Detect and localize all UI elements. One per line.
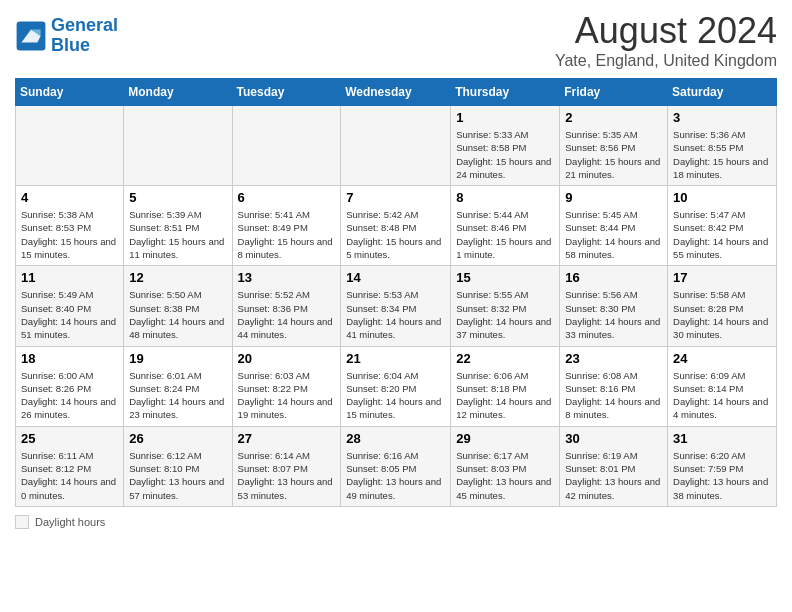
day-number: 26 xyxy=(129,431,226,446)
calendar-cell xyxy=(16,106,124,186)
day-number: 5 xyxy=(129,190,226,205)
day-info: Sunrise: 5:47 AM Sunset: 8:42 PM Dayligh… xyxy=(673,208,771,261)
calendar-cell: 26Sunrise: 6:12 AM Sunset: 8:10 PM Dayli… xyxy=(124,426,232,506)
logo-line2: Blue xyxy=(51,35,90,55)
calendar-cell: 15Sunrise: 5:55 AM Sunset: 8:32 PM Dayli… xyxy=(451,266,560,346)
calendar-cell: 22Sunrise: 6:06 AM Sunset: 8:18 PM Dayli… xyxy=(451,346,560,426)
calendar-cell: 16Sunrise: 5:56 AM Sunset: 8:30 PM Dayli… xyxy=(560,266,668,346)
calendar-cell: 31Sunrise: 6:20 AM Sunset: 7:59 PM Dayli… xyxy=(668,426,777,506)
calendar-cell: 14Sunrise: 5:53 AM Sunset: 8:34 PM Dayli… xyxy=(341,266,451,346)
day-info: Sunrise: 5:55 AM Sunset: 8:32 PM Dayligh… xyxy=(456,288,554,341)
calendar-week-row: 1Sunrise: 5:33 AM Sunset: 8:58 PM Daylig… xyxy=(16,106,777,186)
day-number: 19 xyxy=(129,351,226,366)
day-number: 2 xyxy=(565,110,662,125)
day-number: 8 xyxy=(456,190,554,205)
day-info: Sunrise: 6:11 AM Sunset: 8:12 PM Dayligh… xyxy=(21,449,118,502)
month-title: August 2024 xyxy=(555,10,777,52)
location-title: Yate, England, United Kingdom xyxy=(555,52,777,70)
header-cell-sunday: Sunday xyxy=(16,79,124,106)
calendar-cell: 1Sunrise: 5:33 AM Sunset: 8:58 PM Daylig… xyxy=(451,106,560,186)
legend-box xyxy=(15,515,29,529)
calendar-cell xyxy=(341,106,451,186)
day-number: 22 xyxy=(456,351,554,366)
day-info: Sunrise: 6:00 AM Sunset: 8:26 PM Dayligh… xyxy=(21,369,118,422)
day-number: 17 xyxy=(673,270,771,285)
calendar-cell: 29Sunrise: 6:17 AM Sunset: 8:03 PM Dayli… xyxy=(451,426,560,506)
calendar-cell: 27Sunrise: 6:14 AM Sunset: 8:07 PM Dayli… xyxy=(232,426,341,506)
calendar-table: SundayMondayTuesdayWednesdayThursdayFrid… xyxy=(15,78,777,507)
day-info: Sunrise: 6:04 AM Sunset: 8:20 PM Dayligh… xyxy=(346,369,445,422)
day-info: Sunrise: 6:01 AM Sunset: 8:24 PM Dayligh… xyxy=(129,369,226,422)
day-number: 23 xyxy=(565,351,662,366)
calendar-cell: 30Sunrise: 6:19 AM Sunset: 8:01 PM Dayli… xyxy=(560,426,668,506)
day-info: Sunrise: 5:56 AM Sunset: 8:30 PM Dayligh… xyxy=(565,288,662,341)
day-number: 10 xyxy=(673,190,771,205)
day-number: 29 xyxy=(456,431,554,446)
logo: General Blue xyxy=(15,16,118,56)
day-number: 24 xyxy=(673,351,771,366)
day-info: Sunrise: 5:50 AM Sunset: 8:38 PM Dayligh… xyxy=(129,288,226,341)
day-number: 3 xyxy=(673,110,771,125)
calendar-cell: 13Sunrise: 5:52 AM Sunset: 8:36 PM Dayli… xyxy=(232,266,341,346)
day-info: Sunrise: 6:16 AM Sunset: 8:05 PM Dayligh… xyxy=(346,449,445,502)
day-info: Sunrise: 6:17 AM Sunset: 8:03 PM Dayligh… xyxy=(456,449,554,502)
calendar-header-row: SundayMondayTuesdayWednesdayThursdayFrid… xyxy=(16,79,777,106)
day-info: Sunrise: 6:14 AM Sunset: 8:07 PM Dayligh… xyxy=(238,449,336,502)
day-number: 25 xyxy=(21,431,118,446)
day-info: Sunrise: 5:42 AM Sunset: 8:48 PM Dayligh… xyxy=(346,208,445,261)
calendar-cell: 23Sunrise: 6:08 AM Sunset: 8:16 PM Dayli… xyxy=(560,346,668,426)
calendar-cell: 5Sunrise: 5:39 AM Sunset: 8:51 PM Daylig… xyxy=(124,186,232,266)
calendar-week-row: 18Sunrise: 6:00 AM Sunset: 8:26 PM Dayli… xyxy=(16,346,777,426)
logo-text: General Blue xyxy=(51,16,118,56)
day-number: 13 xyxy=(238,270,336,285)
day-info: Sunrise: 6:06 AM Sunset: 8:18 PM Dayligh… xyxy=(456,369,554,422)
calendar-cell: 7Sunrise: 5:42 AM Sunset: 8:48 PM Daylig… xyxy=(341,186,451,266)
calendar-week-row: 4Sunrise: 5:38 AM Sunset: 8:53 PM Daylig… xyxy=(16,186,777,266)
day-number: 14 xyxy=(346,270,445,285)
calendar-cell: 24Sunrise: 6:09 AM Sunset: 8:14 PM Dayli… xyxy=(668,346,777,426)
day-number: 12 xyxy=(129,270,226,285)
calendar-week-row: 11Sunrise: 5:49 AM Sunset: 8:40 PM Dayli… xyxy=(16,266,777,346)
day-info: Sunrise: 6:19 AM Sunset: 8:01 PM Dayligh… xyxy=(565,449,662,502)
day-info: Sunrise: 5:41 AM Sunset: 8:49 PM Dayligh… xyxy=(238,208,336,261)
calendar-cell: 21Sunrise: 6:04 AM Sunset: 8:20 PM Dayli… xyxy=(341,346,451,426)
calendar-cell: 18Sunrise: 6:00 AM Sunset: 8:26 PM Dayli… xyxy=(16,346,124,426)
calendar-cell: 6Sunrise: 5:41 AM Sunset: 8:49 PM Daylig… xyxy=(232,186,341,266)
day-info: Sunrise: 5:38 AM Sunset: 8:53 PM Dayligh… xyxy=(21,208,118,261)
day-number: 28 xyxy=(346,431,445,446)
day-info: Sunrise: 5:33 AM Sunset: 8:58 PM Dayligh… xyxy=(456,128,554,181)
calendar-cell: 11Sunrise: 5:49 AM Sunset: 8:40 PM Dayli… xyxy=(16,266,124,346)
calendar-cell xyxy=(124,106,232,186)
calendar-cell: 9Sunrise: 5:45 AM Sunset: 8:44 PM Daylig… xyxy=(560,186,668,266)
calendar-cell: 10Sunrise: 5:47 AM Sunset: 8:42 PM Dayli… xyxy=(668,186,777,266)
calendar-cell: 3Sunrise: 5:36 AM Sunset: 8:55 PM Daylig… xyxy=(668,106,777,186)
day-number: 11 xyxy=(21,270,118,285)
day-info: Sunrise: 6:09 AM Sunset: 8:14 PM Dayligh… xyxy=(673,369,771,422)
day-info: Sunrise: 5:52 AM Sunset: 8:36 PM Dayligh… xyxy=(238,288,336,341)
calendar-cell: 2Sunrise: 5:35 AM Sunset: 8:56 PM Daylig… xyxy=(560,106,668,186)
day-info: Sunrise: 5:45 AM Sunset: 8:44 PM Dayligh… xyxy=(565,208,662,261)
header-cell-thursday: Thursday xyxy=(451,79,560,106)
title-area: August 2024 Yate, England, United Kingdo… xyxy=(555,10,777,70)
day-number: 30 xyxy=(565,431,662,446)
logo-line1: General xyxy=(51,15,118,35)
calendar-cell: 28Sunrise: 6:16 AM Sunset: 8:05 PM Dayli… xyxy=(341,426,451,506)
calendar-cell xyxy=(232,106,341,186)
header-cell-friday: Friday xyxy=(560,79,668,106)
day-number: 4 xyxy=(21,190,118,205)
day-number: 9 xyxy=(565,190,662,205)
legend: Daylight hours xyxy=(15,515,777,529)
logo-icon xyxy=(15,20,47,52)
calendar-cell: 12Sunrise: 5:50 AM Sunset: 8:38 PM Dayli… xyxy=(124,266,232,346)
day-number: 1 xyxy=(456,110,554,125)
day-number: 18 xyxy=(21,351,118,366)
day-info: Sunrise: 5:58 AM Sunset: 8:28 PM Dayligh… xyxy=(673,288,771,341)
header-cell-tuesday: Tuesday xyxy=(232,79,341,106)
day-info: Sunrise: 5:53 AM Sunset: 8:34 PM Dayligh… xyxy=(346,288,445,341)
day-number: 6 xyxy=(238,190,336,205)
day-info: Sunrise: 5:49 AM Sunset: 8:40 PM Dayligh… xyxy=(21,288,118,341)
day-number: 27 xyxy=(238,431,336,446)
day-number: 31 xyxy=(673,431,771,446)
calendar-cell: 8Sunrise: 5:44 AM Sunset: 8:46 PM Daylig… xyxy=(451,186,560,266)
day-info: Sunrise: 6:12 AM Sunset: 8:10 PM Dayligh… xyxy=(129,449,226,502)
